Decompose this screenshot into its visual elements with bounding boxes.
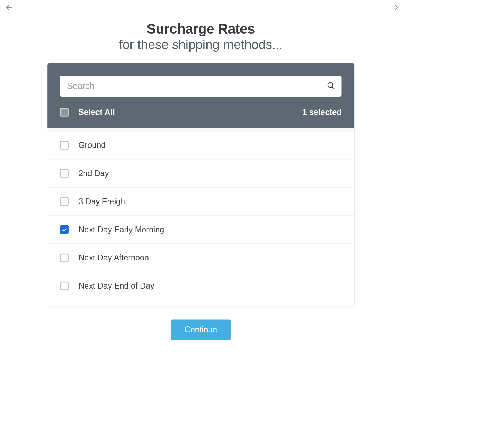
item-label: 2nd Day xyxy=(78,169,109,178)
page-subtitle: for these shipping methods... xyxy=(47,38,354,52)
select-all-label: Select All xyxy=(78,108,115,117)
item-checkbox[interactable] xyxy=(60,225,69,234)
item-label: 3 Day Freight xyxy=(78,197,127,206)
item-checkbox[interactable] xyxy=(60,282,69,290)
svg-line-1 xyxy=(332,87,334,89)
svg-point-0 xyxy=(328,82,333,88)
shipping-method-list: Ground 2nd Day 3 Day Freight Next Day Ea… xyxy=(47,128,354,307)
item-checkbox[interactable] xyxy=(60,141,69,150)
chevron-right-icon xyxy=(392,3,400,13)
forward-button[interactable] xyxy=(392,3,400,13)
list-gap xyxy=(47,128,354,131)
item-label: Next Day Early Morning xyxy=(78,225,164,234)
continue-button[interactable]: Continue xyxy=(171,319,231,340)
select-all-row: Select All 1 selected xyxy=(60,97,342,128)
select-all-checkbox[interactable] xyxy=(60,108,69,117)
item-checkbox[interactable] xyxy=(60,197,69,206)
list-item[interactable]: Next Day Afternoon xyxy=(47,244,354,272)
panel-header: Select All 1 selected xyxy=(47,63,354,128)
item-checkbox[interactable] xyxy=(60,169,69,178)
list-item[interactable]: 3 Day Freight xyxy=(47,188,354,216)
list-item[interactable]: Next Day Early Morning xyxy=(47,216,354,244)
back-button[interactable] xyxy=(5,3,12,13)
search-icon xyxy=(327,81,335,91)
item-label: Next Day End of Day xyxy=(78,281,154,291)
selected-count: 1 selected xyxy=(302,108,341,117)
search-input[interactable] xyxy=(60,76,342,97)
page-title: Surcharge Rates xyxy=(47,21,354,37)
item-checkbox[interactable] xyxy=(60,254,69,262)
selection-panel: Select All 1 selected Ground 2nd Day xyxy=(47,63,354,306)
item-label: Ground xyxy=(78,141,106,150)
arrow-left-icon xyxy=(5,3,12,13)
list-item[interactable]: Next Day End of Day xyxy=(47,272,354,300)
list-item[interactable]: 2nd Day xyxy=(47,159,354,188)
item-label: Next Day Afternoon xyxy=(78,253,149,263)
search-wrap xyxy=(60,76,342,97)
list-tail xyxy=(47,300,354,306)
list-item[interactable]: Ground xyxy=(47,131,354,159)
